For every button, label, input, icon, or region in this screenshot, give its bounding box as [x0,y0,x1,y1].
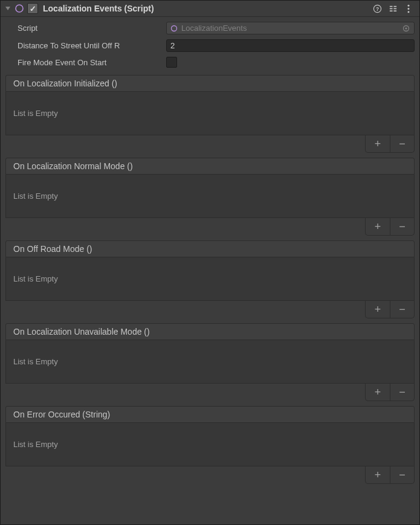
event-block-error: On Error Occured (String) List is Empty … [5,406,415,484]
header-icon-group: ? [372,4,416,13]
fire-mode-property-row: Fire Mode Event On Start [5,54,415,70]
event-header: On Localization Unavailable Mode () [5,323,415,340]
footer-controls: + − [365,135,415,153]
script-label: Script [5,24,163,33]
help-icon[interactable]: ? [372,4,382,13]
svg-point-0 [16,5,23,12]
script-property-row: Script LocalizationEvents [5,19,415,37]
event-header: On Off Road Mode () [5,240,415,257]
fire-mode-checkbox[interactable] [166,57,177,68]
add-listener-button[interactable]: + [366,384,390,401]
script-object-name: LocalizationEvents [181,24,247,33]
event-block-initialized: On Localization Initialized () List is E… [5,75,415,153]
fire-mode-label: Fire Mode Event On Start [5,58,163,67]
add-listener-button[interactable]: + [366,135,390,152]
event-footer: + − [5,466,415,484]
foldout-toggle[interactable] [4,5,11,12]
event-body: List is Empty [5,92,415,135]
svg-point-9 [408,4,410,6]
object-ring-icon [170,25,178,32]
add-listener-button[interactable]: + [366,301,390,318]
script-icon [14,3,25,14]
event-body: List is Empty [5,423,415,466]
event-header: On Localization Initialized () [5,75,415,92]
preset-icon[interactable] [388,4,398,13]
remove-listener-button[interactable]: − [390,301,414,318]
event-block-unavailable: On Localization Unavailable Mode () List… [5,323,415,401]
properties-body: Script LocalizationEvents Distance To St… [1,17,419,489]
event-body: List is Empty [5,257,415,301]
context-menu-icon[interactable] [404,4,413,13]
svg-rect-5 [389,8,392,9]
svg-point-11 [408,11,410,13]
event-block-off-road: On Off Road Mode () List is Empty + − [5,240,415,318]
component-title: Localization Events (Script) [43,4,370,13]
distance-input[interactable]: 2 [166,39,415,52]
event-header: On Localization Normal Mode () [5,158,415,175]
svg-rect-4 [393,5,396,7]
distance-property-row: Distance To Street Until Off R 2 [5,37,415,54]
add-listener-button[interactable]: + [366,466,390,483]
event-footer: + − [5,135,415,153]
inspector-panel: Localization Events (Script) ? Script Lo… [0,0,420,525]
remove-listener-button[interactable]: − [390,218,414,235]
event-footer: + − [5,218,415,236]
event-body: List is Empty [5,175,415,218]
svg-text:?: ? [375,5,378,11]
svg-point-14 [405,27,407,29]
footer-controls: + − [365,218,415,236]
footer-controls: + − [365,384,415,401]
event-footer: + − [5,384,415,401]
distance-label: Distance To Street Until Off R [5,41,163,50]
script-object-field[interactable]: LocalizationEvents [166,22,415,34]
svg-point-12 [172,25,177,31]
footer-controls: + − [365,466,415,484]
event-header: On Error Occured (String) [5,406,415,423]
svg-rect-3 [389,5,392,7]
remove-listener-button[interactable]: − [390,466,414,483]
svg-rect-7 [389,10,392,11]
remove-listener-button[interactable]: − [390,384,414,401]
svg-point-10 [408,8,410,10]
component-header: Localization Events (Script) ? [1,1,419,17]
event-block-normal-mode: On Localization Normal Mode () List is E… [5,158,415,236]
event-footer: + − [5,301,415,318]
component-enable-checkbox[interactable] [27,3,38,14]
footer-controls: + − [365,301,415,318]
add-listener-button[interactable]: + [366,218,390,235]
remove-listener-button[interactable]: − [390,135,414,152]
svg-rect-6 [393,8,396,9]
event-body: List is Empty [5,340,415,384]
svg-rect-8 [393,10,396,11]
object-picker-icon[interactable] [402,24,410,33]
